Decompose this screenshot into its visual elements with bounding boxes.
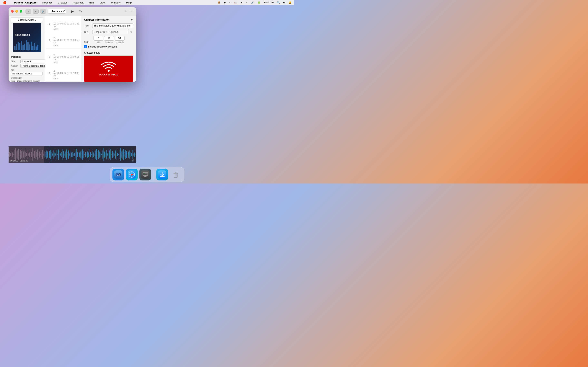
svg-rect-189 xyxy=(114,154,114,156)
dock-remote-desktop[interactable] xyxy=(139,169,151,180)
control-center-icon[interactable]: ⊞ xyxy=(282,1,286,4)
waveform-bar[interactable]: 00:16:00 / 01:06:21 🔊 xyxy=(9,146,136,163)
cast-icon[interactable]: ⊞ xyxy=(240,1,243,4)
menu-help[interactable]: Help xyxy=(125,1,133,4)
dropbox-icon[interactable]: 📦 xyxy=(217,1,221,4)
speaker-button[interactable]: 🔊 xyxy=(40,9,46,14)
dashlane-icon[interactable]: ◈ xyxy=(223,1,226,4)
svg-rect-163 xyxy=(98,150,99,159)
svg-rect-152 xyxy=(91,154,92,155)
svg-rect-159 xyxy=(96,152,96,157)
svg-rect-217 xyxy=(131,153,132,156)
volume-icon[interactable]: 🔊 xyxy=(250,1,255,4)
rewind-button[interactable]: ↺ xyxy=(62,9,67,14)
seconds-input[interactable] xyxy=(115,36,125,41)
svg-rect-118 xyxy=(71,151,71,158)
svg-rect-97 xyxy=(58,151,58,158)
chapter-info-expand[interactable]: ▶ xyxy=(130,18,133,21)
waveform-speaker-icon: 🔊 xyxy=(131,159,135,162)
url-visibility-toggle[interactable]: 👁 xyxy=(129,30,133,34)
share-button-1[interactable]: ↑ xyxy=(26,9,31,14)
svg-rect-195 xyxy=(118,151,118,158)
toc-checkbox[interactable] xyxy=(84,45,87,48)
svg-rect-128 xyxy=(77,154,77,155)
svg-rect-205 xyxy=(124,154,124,156)
svg-rect-166 xyxy=(100,152,100,157)
svg-rect-185 xyxy=(112,152,112,157)
artwork-area: Change Artwork... ko◉dsnack xyxy=(9,16,45,54)
kindle-icon[interactable]: 📖 xyxy=(233,1,238,4)
notification-icon[interactable]: 🔔 xyxy=(288,1,292,4)
chapter-image-area: PODCAST INDEX xyxy=(84,55,133,82)
close-button[interactable] xyxy=(11,10,14,13)
svg-rect-165 xyxy=(99,151,100,158)
search-icon[interactable]: 🔍 xyxy=(276,1,281,4)
app-menu-name[interactable]: Podcast Chapters xyxy=(13,1,38,4)
dock-finder[interactable] xyxy=(112,169,124,180)
svg-rect-100 xyxy=(60,151,60,158)
airplay-icon[interactable]: ⬆ xyxy=(245,1,249,4)
svg-rect-158 xyxy=(95,150,95,159)
remove-chapter-button[interactable]: − xyxy=(129,9,134,14)
svg-rect-99 xyxy=(59,152,60,157)
menu-view[interactable]: View xyxy=(98,1,107,4)
dock-safari[interactable] xyxy=(126,169,138,180)
svg-rect-200 xyxy=(121,154,121,156)
battery-icon[interactable]: 🔋 xyxy=(257,1,261,4)
chapter-row[interactable]: 5 Building on things others create 2 min… xyxy=(45,82,81,82)
svg-rect-4 xyxy=(21,41,22,50)
svg-rect-201 xyxy=(121,151,122,158)
change-artwork-button[interactable]: Change Artwork... xyxy=(11,17,43,22)
svg-rect-145 xyxy=(87,151,87,158)
menu-playback[interactable]: Playback xyxy=(72,1,85,4)
svg-rect-156 xyxy=(94,151,94,158)
svg-rect-173 xyxy=(104,151,105,158)
svg-rect-6 xyxy=(24,44,25,50)
chapter-title-input[interactable] xyxy=(11,72,43,75)
svg-rect-169 xyxy=(102,152,102,157)
chapter-row[interactable]: 1 Introduction 1 min 39 secs 00:00:00 to… xyxy=(45,16,81,32)
podcast-author-input[interactable] xyxy=(20,64,45,68)
svg-rect-153 xyxy=(92,151,93,158)
minimize-button[interactable] xyxy=(15,10,18,13)
ci-url-input[interactable] xyxy=(92,30,129,34)
svg-rect-212 xyxy=(128,151,129,158)
menu-edit[interactable]: Edit xyxy=(88,1,95,4)
chapter-row[interactable]: 3 How long has Beaker been in developmen… xyxy=(45,49,81,65)
apple-menu[interactable]: 🍎 xyxy=(2,0,8,5)
svg-rect-92 xyxy=(55,149,55,160)
svg-point-231 xyxy=(119,174,120,175)
svg-rect-209 xyxy=(126,151,127,158)
fullscreen-button[interactable] xyxy=(20,10,22,13)
podcast-index-content: PODCAST INDEX xyxy=(99,62,118,76)
podcast-title-input[interactable] xyxy=(20,59,45,63)
svg-rect-161 xyxy=(97,153,97,156)
svg-rect-95 xyxy=(57,150,57,159)
svg-rect-206 xyxy=(125,152,125,157)
chapter-row[interactable]: 2 What is a peer-to-peer browser for hac… xyxy=(45,32,81,49)
share-button-2[interactable]: ↗ xyxy=(33,9,39,14)
chapter-image-label: Chapter Image xyxy=(84,51,133,54)
svg-rect-87 xyxy=(52,149,52,161)
menu-window[interactable]: Window xyxy=(110,1,122,4)
svg-rect-154 xyxy=(93,150,93,160)
add-chapter-button[interactable]: + xyxy=(123,9,128,14)
ci-title-input[interactable] xyxy=(92,24,133,28)
minutes-input[interactable] xyxy=(104,36,114,41)
play-button[interactable]: ▶ xyxy=(70,9,75,14)
hours-input[interactable] xyxy=(94,36,103,41)
svg-rect-143 xyxy=(86,149,86,161)
chapter-row[interactable]: 4 Parts involved in Beaker 4 mins 27 sec… xyxy=(45,65,81,82)
svg-rect-150 xyxy=(90,152,91,157)
svg-rect-10 xyxy=(31,42,32,50)
presets-label: Presets xyxy=(52,10,60,13)
svg-rect-147 xyxy=(88,152,89,157)
svg-rect-191 xyxy=(115,150,116,159)
svg-rect-198 xyxy=(120,152,120,157)
dock-trash[interactable] xyxy=(170,169,182,180)
menu-chapter[interactable]: Chapter xyxy=(57,1,68,4)
forward-button[interactable]: ↻ xyxy=(78,9,83,14)
dock-downloads[interactable] xyxy=(156,169,168,180)
menu-podcast[interactable]: Podcast xyxy=(41,1,53,4)
checkmark-icon[interactable]: ✓ xyxy=(228,1,232,4)
